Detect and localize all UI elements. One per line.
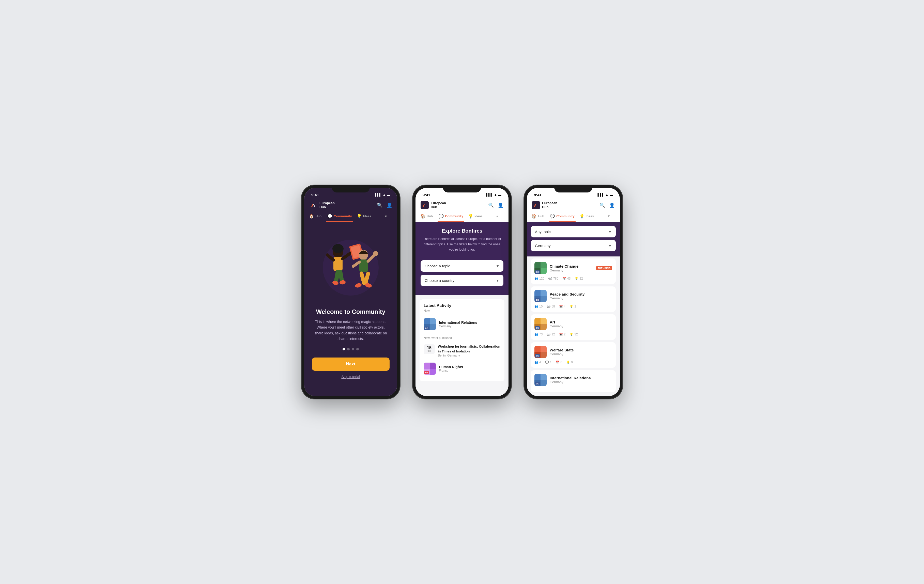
phone-1: 9:41 ▌▌▌ ▲ ▬ European bbox=[301, 185, 400, 399]
tab-community-2[interactable]: 💬 Community bbox=[437, 211, 464, 222]
peace-icon-wrapper: DE bbox=[535, 290, 547, 302]
tab-ideas-3[interactable]: 💡 Ideas bbox=[576, 211, 598, 222]
activity-info-2: Human Rights France bbox=[439, 365, 463, 372]
welcome-desc: This is where the networking magic happe… bbox=[312, 319, 389, 342]
chevron-down-icon-3: ▼ bbox=[608, 230, 612, 234]
tab-ideas-2[interactable]: 💡 Ideas bbox=[464, 211, 487, 222]
tab-euro-2[interactable]: € bbox=[487, 211, 508, 222]
svg-marker-26 bbox=[536, 204, 538, 207]
svg-point-4 bbox=[332, 244, 343, 253]
art-stats: 👥73 💬12 📅2 💡32 bbox=[535, 332, 612, 336]
tab-ideas-1[interactable]: 💡 Ideas bbox=[353, 211, 375, 222]
next-button[interactable]: Next bbox=[312, 357, 389, 371]
climate-info: Climate Change Germany bbox=[549, 264, 578, 272]
battery-icon-3: ▬ bbox=[610, 193, 613, 197]
art-de-badge: DE bbox=[535, 326, 540, 330]
art-icon-wrapper: DE bbox=[535, 318, 547, 330]
dot-4 bbox=[356, 348, 359, 350]
country-filter-3[interactable]: Germany ▼ bbox=[531, 240, 616, 252]
welfare-icon-wrapper: DE bbox=[535, 346, 547, 358]
logo-area-1: European Hub bbox=[309, 201, 335, 209]
tab-community-3[interactable]: 💬 Community bbox=[549, 211, 576, 222]
signal-icon-3: ▌▌▌ bbox=[598, 193, 604, 197]
topic-filter-3[interactable]: Any topic ▼ bbox=[531, 226, 616, 237]
search-icon-3[interactable]: 🔍 bbox=[599, 202, 605, 208]
nav-tabs-3: 🏠 Hub 💬 Community 💡 Ideas € bbox=[527, 211, 620, 222]
topic-filter-2[interactable]: Choose a topic ▼ bbox=[421, 260, 503, 272]
peace-stats: 👥15 💬58 📅4 💡1 bbox=[535, 305, 612, 308]
event-date: 15 JUL bbox=[424, 344, 435, 354]
time-2: 9:41 bbox=[422, 193, 430, 197]
bonfire-card-welfare[interactable]: DE Welfare State Germany 👥4 💬1 📅0 💡0 bbox=[531, 342, 616, 368]
climate-de-badge: DE bbox=[535, 270, 540, 274]
explore-title: Explore Bonfires bbox=[422, 228, 502, 234]
app-header-3: European Hub 🔍 👤 bbox=[527, 199, 620, 211]
header-icons-1: 🔍 👤 bbox=[377, 202, 392, 208]
peace-de-badge: DE bbox=[535, 298, 540, 302]
profile-icon-2[interactable]: 👤 bbox=[498, 202, 503, 208]
activity-info-1: International Relations Germany bbox=[439, 321, 477, 328]
phones-container: 9:41 ▌▌▌ ▲ ▬ European bbox=[301, 185, 623, 399]
header-icons-3: 🔍 👤 bbox=[599, 202, 615, 208]
filters-section-2: Choose a topic ▼ Choose a country ▼ bbox=[416, 260, 508, 295]
phone-3: 9:41 ▌▌▌ ▲ ▬ European bbox=[524, 185, 623, 399]
app-header-2: European Hub 🔍 👤 bbox=[416, 199, 508, 211]
profile-icon-3[interactable]: 👤 bbox=[609, 202, 615, 208]
bonfire-card-peace[interactable]: DE Peace and Security Germany 👥15 💬58 📅4 bbox=[531, 286, 616, 312]
nav-tabs-1: 🏠 Hub 💬 Community 💡 Ideas € bbox=[304, 211, 397, 222]
intl-icon-wrapper: DE bbox=[535, 374, 547, 386]
wifi-icon-2: ▲ bbox=[494, 193, 497, 197]
tab-hub-3[interactable]: 🏠 Hub bbox=[527, 211, 549, 222]
bonfire-card-climate[interactable]: DE Climate Change Germany TRENDING 👥120 … bbox=[531, 258, 616, 284]
activity-item-1[interactable]: DE International Relations Germany bbox=[424, 316, 500, 333]
explore-header: Explore Bonfires There are Bonfires all … bbox=[416, 222, 508, 260]
chevron-down-icon-2: ▼ bbox=[496, 278, 499, 283]
bonfire-card-intl[interactable]: DE International Relations Germany bbox=[531, 370, 616, 392]
tab-euro-1[interactable]: € bbox=[375, 211, 397, 222]
skip-tutorial-link[interactable]: Skip tutorial bbox=[341, 375, 360, 379]
time-1: 9:41 bbox=[311, 193, 319, 197]
event-info: Workshop for journalists: Collaboration … bbox=[438, 344, 500, 357]
battery-icon: ▬ bbox=[387, 193, 390, 197]
climate-icon-wrapper: DE bbox=[535, 262, 547, 274]
logo-icon-1 bbox=[309, 201, 317, 209]
activity-item-2[interactable]: FR Human Rights France bbox=[424, 360, 500, 377]
svg-marker-0 bbox=[311, 204, 314, 207]
filter-bar-3: Any topic ▼ Germany ▼ bbox=[527, 222, 620, 257]
logo-icon-2 bbox=[421, 201, 429, 209]
explore-desc: There are Bonfires all across Europe, fo… bbox=[422, 236, 502, 252]
dot-3 bbox=[352, 348, 354, 350]
logo-text-3: European Hub bbox=[542, 201, 557, 209]
search-icon-1[interactable]: 🔍 bbox=[377, 202, 383, 208]
signal-icon: ▌▌▌ bbox=[375, 193, 382, 197]
logo-area-3: European Hub bbox=[532, 201, 557, 209]
activity-section: Latest Activity Now DE bbox=[419, 299, 505, 381]
tab-euro-3[interactable]: € bbox=[598, 211, 620, 222]
event-item-1[interactable]: 15 JUL Workshop for journalists: Collabo… bbox=[424, 342, 500, 360]
svg-marker-1 bbox=[314, 204, 315, 207]
nav-tabs-2: 🏠 Hub 💬 Community 💡 Ideas € bbox=[416, 211, 508, 222]
bonfire-card-art[interactable]: DE Art Germany 👥73 💬12 📅2 💡32 bbox=[531, 314, 616, 340]
tab-hub-1[interactable]: 🏠 Hub bbox=[304, 211, 326, 222]
battery-icon-2: ▬ bbox=[498, 193, 502, 197]
country-filter-2[interactable]: Choose a country ▼ bbox=[421, 275, 503, 286]
profile-icon-1[interactable]: 👤 bbox=[386, 202, 392, 208]
tab-community-1[interactable]: 💬 Community bbox=[326, 211, 353, 222]
search-icon-2[interactable]: 🔍 bbox=[488, 202, 494, 208]
wifi-icon: ▲ bbox=[383, 193, 386, 197]
header-icons-2: 🔍 👤 bbox=[488, 202, 503, 208]
intl-info: International Relations Germany bbox=[549, 376, 591, 384]
svg-point-17 bbox=[373, 251, 378, 256]
logo-text-2: European Hub bbox=[431, 201, 446, 209]
welfare-stats: 👥4 💬1 📅0 💡0 bbox=[535, 360, 612, 364]
event-subtitle: New event published bbox=[424, 336, 500, 340]
phone3-content: Any topic ▼ Germany ▼ bbox=[527, 222, 620, 396]
status-icons-2: ▌▌▌ ▲ ▬ bbox=[487, 193, 502, 197]
notch-2 bbox=[443, 185, 481, 192]
tab-hub-2[interactable]: 🏠 Hub bbox=[416, 211, 437, 222]
phone1-content: Welcome to Community This is where the n… bbox=[304, 222, 397, 396]
phone2-content: Explore Bonfires There are Bonfires all … bbox=[416, 222, 508, 396]
peace-info: Peace and Security Germany bbox=[549, 292, 585, 300]
wifi-icon-3: ▲ bbox=[606, 193, 608, 197]
fr-badge: FR bbox=[424, 371, 429, 374]
